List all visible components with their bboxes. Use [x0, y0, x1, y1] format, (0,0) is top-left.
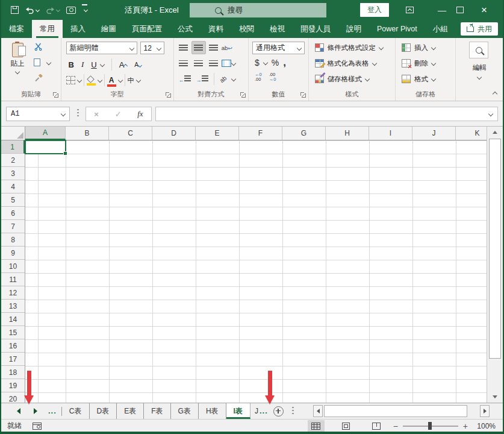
scroll-up-button[interactable] [487, 127, 503, 138]
comma-style-button[interactable]: , [283, 60, 286, 66]
percent-button[interactable]: % [272, 58, 279, 68]
underline-dropdown-icon[interactable] [99, 62, 104, 67]
decrease-indent-button[interactable]: ← [179, 75, 191, 83]
formula-bar-handle[interactable] [77, 109, 79, 118]
wrap-text-button[interactable]: ab↩ [222, 45, 232, 51]
fill-color-dropdown-icon[interactable] [97, 78, 102, 83]
search-box[interactable]: 搜尋 [190, 3, 326, 17]
tab-繪圖[interactable]: 繪圖 [93, 20, 124, 38]
align-right-button[interactable] [207, 57, 221, 70]
font-name-select[interactable]: 新細明體 [66, 42, 137, 54]
column-header-I[interactable]: I [369, 127, 412, 140]
tab-檢視[interactable]: 檢視 [262, 20, 293, 38]
sheet-overflow-left-button[interactable]: ... [48, 408, 57, 414]
grow-font-button[interactable]: A [119, 60, 128, 69]
row-header-5[interactable]: 5 [1, 193, 25, 207]
conditional-formatting-button[interactable]: 條件式格式設定 [315, 41, 384, 54]
normal-view-button[interactable] [308, 420, 325, 432]
undo-dropdown-icon[interactable] [36, 8, 40, 12]
editing-button[interactable] [469, 42, 488, 58]
sheet-tab-E表[interactable]: E表 [117, 403, 144, 419]
alignment-dialog-launcher-icon[interactable] [240, 92, 246, 98]
clipboard-dialog-launcher-icon[interactable] [53, 92, 58, 98]
sheet-tab-C表[interactable]: C表 [62, 403, 90, 419]
page-break-view-button[interactable] [368, 420, 385, 432]
previous-sheet-button[interactable] [17, 408, 20, 414]
paste-button[interactable]: 貼上 [5, 41, 30, 87]
close-button[interactable]: × [469, 4, 503, 16]
decrease-decimal-button[interactable]: .00 →0 [269, 72, 276, 82]
row-header-9[interactable]: 9 [1, 247, 25, 260]
tab-開發人員[interactable]: 開發人員 [293, 20, 338, 38]
vertical-scrollbar[interactable] [487, 127, 503, 403]
row-header-16[interactable]: 16 [1, 339, 25, 353]
column-header-K[interactable]: K [456, 127, 487, 140]
sheet-tab-F表[interactable]: F表 [144, 403, 170, 419]
expand-formula-bar-icon[interactable] [488, 112, 493, 116]
sign-in-button[interactable]: 登入 [360, 3, 389, 17]
merge-dropdown-icon[interactable] [231, 61, 235, 66]
delete-cells-button[interactable]: 刪除 [402, 57, 435, 70]
sheet-tab-D表[interactable]: D表 [90, 403, 117, 419]
zoom-out-button[interactable]: − [391, 421, 400, 431]
save-button[interactable] [10, 5, 20, 15]
new-sheet-button[interactable] [273, 406, 284, 417]
row-header-15[interactable]: 15 [1, 326, 25, 339]
orientation-dropdown-icon[interactable] [231, 77, 236, 81]
merge-center-icon[interactable] [222, 60, 231, 67]
bottom-align-button[interactable] [207, 41, 221, 54]
column-header-D[interactable]: D [152, 127, 196, 140]
sheet-tab-I表[interactable]: I表 [226, 403, 250, 419]
tab-file[interactable]: 檔案 [1, 20, 32, 38]
borders-dropdown-icon[interactable] [76, 78, 81, 83]
phonetic-guide-button[interactable]: 中 [128, 76, 134, 85]
row-header-10[interactable]: 10 [1, 260, 25, 273]
row-header-11[interactable]: 11 [1, 273, 25, 286]
tab-插入[interactable]: 插入 [63, 20, 93, 38]
font-dialog-launcher-icon[interactable] [166, 92, 171, 98]
row-header-3[interactable]: 3 [1, 167, 25, 180]
tab-Power Pivot[interactable]: Power Pivot [369, 20, 425, 38]
redo-button[interactable] [45, 5, 61, 16]
cell-styles-button[interactable]: 儲存格樣式 [315, 72, 370, 86]
zoom-in-button[interactable]: + [461, 421, 470, 431]
row-header-17[interactable]: 17 [1, 353, 25, 366]
horizontal-scrollbar[interactable] [313, 405, 490, 417]
collapse-ribbon-icon[interactable] [493, 92, 497, 96]
row-header-20[interactable]: 20 [1, 392, 25, 403]
sheet-tab-G表[interactable]: G表 [171, 403, 199, 419]
tab-小組[interactable]: 小組 [425, 20, 456, 38]
copy-button[interactable] [34, 58, 51, 66]
name-box[interactable]: A1 [6, 107, 70, 121]
cells-area[interactable] [25, 140, 487, 403]
number-dialog-launcher-icon[interactable] [300, 92, 306, 98]
italic-button[interactable]: I [81, 60, 84, 69]
next-sheet-button[interactable] [34, 408, 37, 414]
camera-button[interactable] [65, 5, 77, 15]
row-header-18[interactable]: 18 [1, 366, 25, 379]
zoom-slider-thumb[interactable] [428, 422, 432, 430]
selected-cell-a1[interactable] [25, 140, 66, 154]
macro-record-icon[interactable] [33, 423, 42, 430]
cut-button[interactable] [34, 43, 42, 51]
fill-color-icon[interactable] [87, 77, 96, 84]
formula-input[interactable] [155, 107, 498, 121]
row-header-19[interactable]: 19 [1, 379, 25, 392]
font-color-dropdown-icon[interactable] [117, 78, 122, 83]
format-cells-button[interactable]: 格式 [402, 72, 435, 86]
sheet-overflow-right-button[interactable]: ... [260, 408, 268, 414]
tab-資料[interactable]: 資料 [201, 20, 231, 38]
currency-dropdown-icon[interactable] [263, 60, 268, 65]
cancel-button[interactable]: × [94, 110, 99, 119]
column-header-J[interactable]: J [412, 127, 456, 140]
align-left-button[interactable] [176, 57, 191, 70]
row-header-8[interactable]: 8 [1, 233, 25, 247]
maximize-button[interactable] [451, 5, 469, 15]
borders-icon[interactable] [66, 76, 75, 84]
minimize-button[interactable]: — [433, 5, 451, 15]
tab-校閱[interactable]: 校閱 [231, 20, 262, 38]
ribbon-display-options-icon[interactable] [406, 7, 414, 13]
column-header-F[interactable]: F [239, 127, 282, 140]
font-size-select[interactable]: 12 [140, 42, 164, 54]
row-header-13[interactable]: 13 [1, 300, 25, 313]
